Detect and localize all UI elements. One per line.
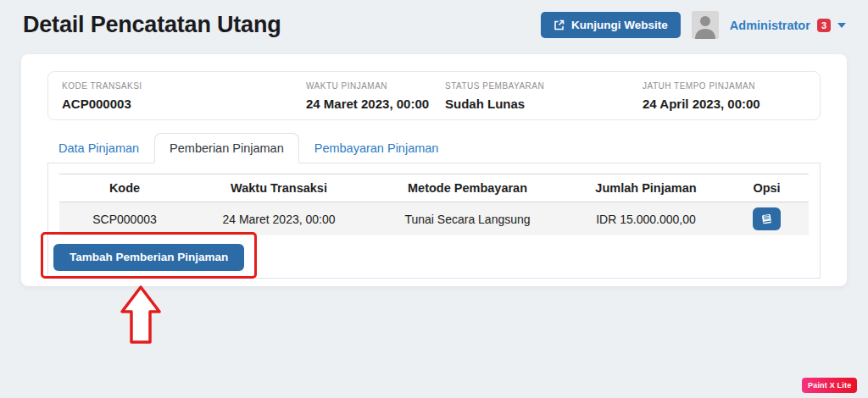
table-row: SCP000003 24 Maret 2023, 00:00 Tunai Sec… — [59, 202, 809, 236]
summary-field-kode-transaksi: KODE TRANSAKSI ACP000003 — [62, 81, 306, 111]
tab-pemberian-pinjaman[interactable]: Pemberian Pinjaman — [154, 133, 299, 163]
external-link-icon — [554, 19, 565, 30]
view-detail-button[interactable] — [753, 207, 781, 230]
col-header-opsi: Opsi — [725, 174, 809, 202]
cell-opsi — [725, 202, 809, 236]
field-value: 24 April 2023, 00:00 — [643, 97, 806, 111]
add-button-row: Tambah Pemberian Pinjaman — [53, 244, 809, 271]
transaction-summary: KODE TRANSAKSI ACP000003 WAKTU PINJAMAN … — [47, 71, 821, 120]
field-label: JATUH TEMPO PINJAMAN — [643, 81, 806, 91]
field-label: KODE TRANSAKSI — [62, 81, 306, 91]
loan-table: Kode Waktu Transaksi Metode Pembayaran J… — [59, 174, 809, 235]
cell-metode-pembayaran: Tunai Secara Langsung — [368, 202, 567, 236]
cell-kode: SCP000003 — [59, 202, 190, 236]
field-label: STATUS PEMBAYARAN — [445, 81, 643, 91]
field-label: WAKTU PINJAMAN — [306, 81, 445, 91]
page-title: Detail Pencatatan Utang — [23, 12, 281, 38]
page: Detail Pencatatan Utang Kunjungi Website — [0, 0, 868, 398]
add-pemberian-pinjaman-button[interactable]: Tambah Pemberian Pinjaman — [53, 244, 244, 271]
avatar[interactable] — [692, 11, 719, 39]
tab-content: Kode Waktu Transaksi Metode Pembayaran J… — [47, 163, 821, 279]
topbar: Detail Pencatatan Utang Kunjungi Website — [0, 0, 868, 39]
annotation-arrow-up-icon — [120, 285, 163, 348]
tab-pembayaran-pinjaman[interactable]: Pembayaran Pinjaman — [299, 133, 454, 163]
caret-down-icon — [837, 23, 846, 28]
cell-jumlah-pinjaman: IDR 15.000.000,00 — [567, 202, 725, 236]
table-header-row: Kode Waktu Transaksi Metode Pembayaran J… — [59, 174, 809, 202]
tab-bar: Data Pinjaman Pemberian Pinjaman Pembaya… — [47, 133, 821, 163]
detail-card: KODE TRANSAKSI ACP000003 WAKTU PINJAMAN … — [21, 54, 847, 286]
notification-badge: 3 — [817, 19, 831, 32]
col-header-metode-pembayaran: Metode Pembayaran — [368, 174, 567, 202]
col-header-jumlah-pinjaman: Jumlah Pinjaman — [567, 174, 725, 202]
field-value: 24 Maret 2023, 00:00 — [306, 97, 445, 111]
summary-field-status-pembayaran: STATUS PEMBAYARAN Sudah Lunas — [445, 81, 643, 111]
col-header-waktu-transaksi: Waktu Transaksi — [190, 174, 368, 202]
book-icon — [761, 213, 773, 225]
tab-data-pinjaman[interactable]: Data Pinjaman — [47, 133, 154, 163]
summary-field-jatuh-tempo: JATUH TEMPO PINJAMAN 24 April 2023, 00:0… — [643, 81, 806, 111]
user-name: Administrator — [730, 19, 810, 32]
visit-website-button[interactable]: Kunjungi Website — [541, 12, 681, 38]
user-menu-toggle[interactable]: Administrator 3 — [730, 19, 846, 32]
paint-x-lite-watermark: Paint X Lite — [802, 378, 857, 393]
topbar-right: Kunjungi Website Administrator 3 — [541, 11, 846, 39]
field-value: ACP000003 — [62, 97, 306, 111]
cell-waktu-transaksi: 24 Maret 2023, 00:00 — [190, 202, 368, 236]
col-header-kode: Kode — [59, 174, 190, 202]
summary-field-waktu-pinjaman: WAKTU PINJAMAN 24 Maret 2023, 00:00 — [306, 81, 445, 111]
field-value: Sudah Lunas — [445, 97, 643, 111]
visit-website-label: Kunjungi Website — [571, 19, 668, 31]
